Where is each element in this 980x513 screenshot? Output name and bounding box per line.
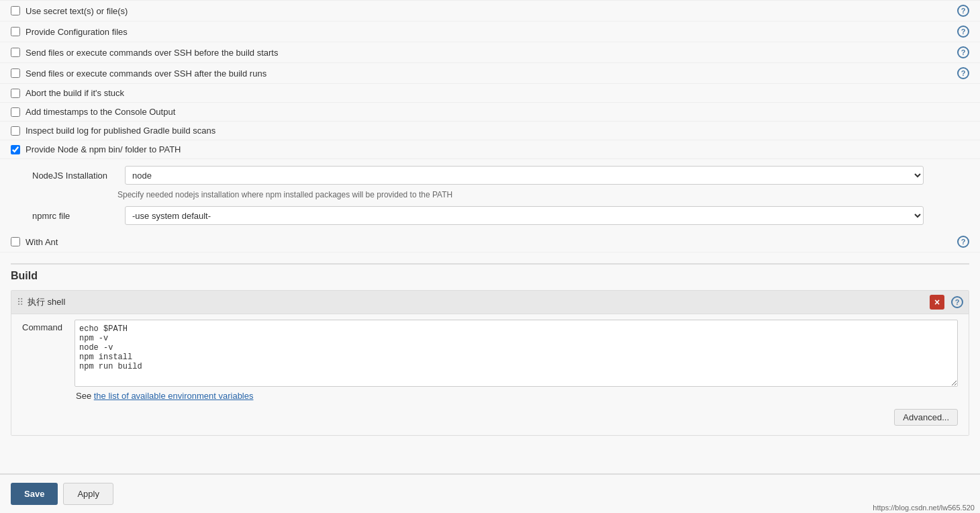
nodejs-label: NodeJS Installation xyxy=(32,171,119,181)
checkbox-label-cb4: Send files or execute commands over SSH … xyxy=(26,68,266,79)
checkbox-cb2[interactable] xyxy=(11,27,20,36)
checkbox-cb6[interactable] xyxy=(11,107,20,117)
checkbox-label-cb5: Abort the build if it's stuck xyxy=(26,88,124,98)
checkbox-label-cb7: Inspect build log for published Gradle b… xyxy=(26,126,215,136)
nodejs-control: node xyxy=(125,166,969,185)
npmrc-label: npmrc file xyxy=(32,211,119,221)
checkbox-row-cb5: Abort the build if it's stuck xyxy=(0,84,980,103)
footer-bar: Save Apply xyxy=(0,473,980,513)
shell-help-icon[interactable]: ? xyxy=(951,296,963,308)
with-ant-label: With Ant xyxy=(26,237,58,247)
help-icon-cb1[interactable]: ? xyxy=(957,5,969,17)
with-ant-row: With Ant ? xyxy=(0,232,980,252)
shell-block: ⠿ 执行 shell × ? Command <span class="cmd-… xyxy=(11,290,969,436)
see-text: See xyxy=(76,391,94,401)
checkbox-row-cb2: Provide Configuration files? xyxy=(0,21,980,42)
status-bar: https://blog.csdn.net/lw565.520 xyxy=(867,502,980,513)
nodejs-field-row: NodeJS Installation node xyxy=(0,159,980,189)
shell-title: 执行 shell xyxy=(28,296,65,308)
env-link-row: See the list of available environment va… xyxy=(22,387,958,405)
nodejs-select[interactable]: node xyxy=(125,166,924,185)
help-icon-cb4[interactable]: ? xyxy=(957,67,969,79)
apply-button[interactable]: Apply xyxy=(63,483,113,505)
with-ant-checkbox[interactable] xyxy=(11,237,20,246)
env-variables-link[interactable]: the list of available environment variab… xyxy=(94,391,254,401)
shell-body: Command <span class="cmd-blue">echo</spa… xyxy=(11,314,969,435)
checkbox-cb5[interactable] xyxy=(11,89,20,98)
save-button[interactable]: Save xyxy=(11,483,58,505)
checkbox-row-cb4: Send files or execute commands over SSH … xyxy=(0,63,980,84)
checkbox-row-cb7: Inspect build log for published Gradle b… xyxy=(0,122,980,140)
main-content: Use secret text(s) or file(s)?Provide Co… xyxy=(0,0,980,513)
command-textarea[interactable]: <span class="cmd-blue">echo</span> <span… xyxy=(75,320,958,387)
build-section: Build ⠿ 执行 shell × ? Command <span class… xyxy=(11,263,969,436)
help-icon-cb2[interactable]: ? xyxy=(957,26,969,38)
checkbox-cb3[interactable] xyxy=(11,48,20,57)
checkbox-cb8[interactable] xyxy=(11,145,20,154)
checkbox-cb7[interactable] xyxy=(11,126,20,136)
npmrc-control: -use system default- xyxy=(125,206,969,225)
checkbox-cb4[interactable] xyxy=(11,68,20,78)
npmrc-field-row: npmrc file -use system default- xyxy=(0,202,980,229)
advanced-button[interactable]: Advanced... xyxy=(894,409,958,426)
checkbox-row-cb1: Use secret text(s) or file(s)? xyxy=(0,0,980,21)
checkbox-label-cb3: Send files or execute commands over SSH … xyxy=(26,48,278,58)
checkbox-container: Use secret text(s) or file(s)?Provide Co… xyxy=(0,0,980,159)
checkbox-label-cb8: Provide Node & npm bin/ folder to PATH xyxy=(26,144,181,154)
nodejs-hint: Specify needed nodejs installation where… xyxy=(0,189,980,202)
checkbox-label-cb6: Add timestamps to the Console Output xyxy=(26,107,175,117)
command-row: Command <span class="cmd-blue">echo</spa… xyxy=(22,320,958,387)
delete-shell-button[interactable]: × xyxy=(930,295,944,310)
with-ant-help-icon[interactable]: ? xyxy=(957,236,969,248)
advanced-row: Advanced... xyxy=(22,405,958,430)
command-label: Command xyxy=(22,320,69,332)
checkbox-cb1[interactable] xyxy=(11,6,20,15)
checkbox-row-cb8: Provide Node & npm bin/ folder to PATH xyxy=(0,140,980,159)
checkbox-row-cb6: Add timestamps to the Console Output xyxy=(0,103,980,122)
build-title: Build xyxy=(11,263,969,290)
checkbox-label-cb1: Use secret text(s) or file(s) xyxy=(26,6,128,16)
help-icon-cb3[interactable]: ? xyxy=(957,46,969,58)
checkbox-row-cb3: Send files or execute commands over SSH … xyxy=(0,42,980,63)
drag-handle-icon[interactable]: ⠿ xyxy=(17,297,23,308)
npmrc-select[interactable]: -use system default- xyxy=(125,206,924,225)
shell-header: ⠿ 执行 shell × ? xyxy=(11,291,969,314)
checkbox-label-cb2: Provide Configuration files xyxy=(26,27,128,37)
